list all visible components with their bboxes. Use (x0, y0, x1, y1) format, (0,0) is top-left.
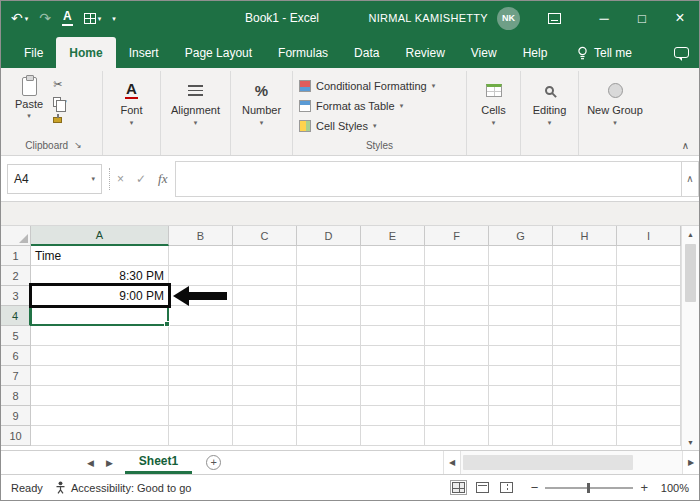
borders-button[interactable]: ▾ (84, 13, 102, 24)
vertical-scrollbar-thumb[interactable] (685, 244, 696, 302)
cell-H6[interactable] (553, 346, 617, 366)
cell-H5[interactable] (553, 326, 617, 346)
cell-G2[interactable] (489, 266, 553, 286)
row-header-9[interactable]: 9 (1, 406, 31, 426)
cell-F9[interactable] (425, 406, 489, 426)
alignment-group-button[interactable]: Alignment ▾ (165, 73, 226, 126)
vertical-scrollbar[interactable]: ▲ ▼ (681, 226, 699, 450)
select-all-button[interactable] (1, 226, 31, 246)
cell-G9[interactable] (489, 406, 553, 426)
editing-group-button[interactable]: Editing ▾ (525, 73, 574, 126)
tab-page-layout[interactable]: Page Layout (172, 37, 265, 68)
enter-button[interactable]: ✓ (136, 172, 146, 186)
accessibility-checker-button[interactable]: Accessibility: Good to go (55, 481, 191, 494)
cell-A4[interactable] (31, 306, 169, 326)
cell-I1[interactable] (617, 246, 681, 266)
close-button[interactable]: × (661, 1, 699, 35)
cell-B7[interactable] (169, 366, 233, 386)
conditional-formatting-button[interactable]: Conditional Formatting ▾ (299, 76, 460, 95)
tab-home[interactable]: Home (56, 37, 115, 68)
cell-G7[interactable] (489, 366, 553, 386)
cell-E4[interactable] (361, 306, 425, 326)
cell-G5[interactable] (489, 326, 553, 346)
collapse-ribbon-button[interactable]: ∧ (682, 140, 689, 151)
row-header-6[interactable]: 6 (1, 346, 31, 366)
formula-input[interactable] (175, 161, 681, 197)
cell-E5[interactable] (361, 326, 425, 346)
zoom-out-button[interactable]: − (531, 481, 539, 494)
column-header-e[interactable]: E (361, 226, 425, 246)
font-group-button[interactable]: A Font ▾ (107, 73, 156, 126)
cell-C2[interactable] (233, 266, 297, 286)
cell-C7[interactable] (233, 366, 297, 386)
format-painter-button[interactable] (53, 112, 67, 125)
column-header-g[interactable]: G (489, 226, 553, 246)
horizontal-scrollbar-thumb[interactable] (463, 455, 633, 470)
cell-C10[interactable] (233, 426, 297, 446)
format-as-table-button[interactable]: Format as Table ▾ (299, 96, 460, 115)
cell-F8[interactable] (425, 386, 489, 406)
tab-help[interactable]: Help (510, 37, 561, 68)
insert-function-button[interactable]: fx (158, 171, 167, 187)
column-header-b[interactable]: B (169, 226, 233, 246)
cell-G10[interactable] (489, 426, 553, 446)
tab-data[interactable]: Data (341, 37, 392, 68)
cell-H3[interactable] (553, 286, 617, 306)
scroll-left-icon[interactable]: ◀ (443, 451, 460, 474)
cells-group-button[interactable]: Cells ▾ (471, 73, 516, 126)
row-header-10[interactable]: 10 (1, 426, 31, 446)
cell-styles-button[interactable]: Cell Styles ▾ (299, 116, 460, 135)
cell-E6[interactable] (361, 346, 425, 366)
cell-B8[interactable] (169, 386, 233, 406)
cell-D7[interactable] (297, 366, 361, 386)
cell-D4[interactable] (297, 306, 361, 326)
sheet-tab-sheet1[interactable]: Sheet1 (125, 451, 192, 474)
next-sheet-icon[interactable]: ▶ (106, 458, 113, 468)
cell-H1[interactable] (553, 246, 617, 266)
paste-button[interactable]: Paste ▾ (9, 73, 49, 125)
cell-C9[interactable] (233, 406, 297, 426)
column-header-a[interactable]: A (31, 226, 169, 246)
cell-D8[interactable] (297, 386, 361, 406)
cell-F1[interactable] (425, 246, 489, 266)
cell-F10[interactable] (425, 426, 489, 446)
normal-view-icon[interactable] (452, 482, 465, 493)
cell-A7[interactable] (31, 366, 169, 386)
copy-button[interactable]: ▾ (53, 95, 67, 108)
row-header-3[interactable]: 3 (1, 286, 31, 306)
cell-G1[interactable] (489, 246, 553, 266)
formula-bar-collapse-button[interactable]: ∧ (681, 161, 699, 197)
comments-button[interactable] (674, 47, 689, 68)
row-header-8[interactable]: 8 (1, 386, 31, 406)
column-header-f[interactable]: F (425, 226, 489, 246)
cell-G8[interactable] (489, 386, 553, 406)
cell-A3[interactable]: 9:00 PM (31, 286, 169, 306)
scroll-down-icon[interactable]: ▼ (682, 434, 699, 450)
row-header-2[interactable]: 2 (1, 266, 31, 286)
cell-A6[interactable] (31, 346, 169, 366)
cell-E10[interactable] (361, 426, 425, 446)
horizontal-scrollbar-track[interactable] (460, 451, 682, 474)
undo-button[interactable]: ↶▾ (11, 11, 28, 25)
cell-F2[interactable] (425, 266, 489, 286)
add-sheet-button[interactable]: + (206, 455, 221, 470)
cell-H10[interactable] (553, 426, 617, 446)
cell-C6[interactable] (233, 346, 297, 366)
cell-A10[interactable] (31, 426, 169, 446)
dialog-launcher-icon[interactable]: ↘ (74, 141, 82, 150)
cell-I2[interactable] (617, 266, 681, 286)
cell-E8[interactable] (361, 386, 425, 406)
cell-I3[interactable] (617, 286, 681, 306)
cell-F6[interactable] (425, 346, 489, 366)
cell-C5[interactable] (233, 326, 297, 346)
cell-H8[interactable] (553, 386, 617, 406)
cell-E3[interactable] (361, 286, 425, 306)
page-break-preview-icon[interactable] (500, 482, 513, 493)
cell-C1[interactable] (233, 246, 297, 266)
cell-C8[interactable] (233, 386, 297, 406)
cell-B9[interactable] (169, 406, 233, 426)
number-group-button[interactable]: % Number ▾ (235, 73, 288, 126)
cell-F5[interactable] (425, 326, 489, 346)
row-header-5[interactable]: 5 (1, 326, 31, 346)
cell-B2[interactable] (169, 266, 233, 286)
